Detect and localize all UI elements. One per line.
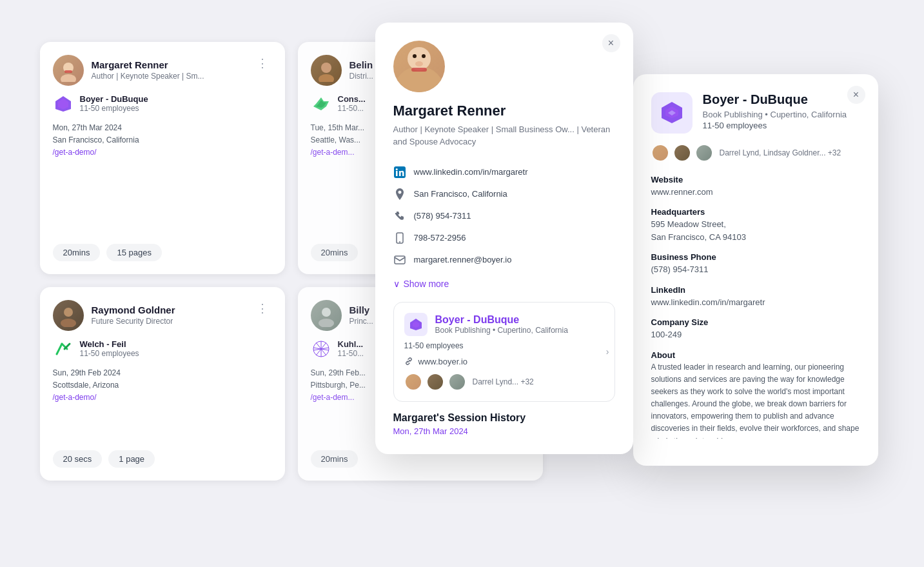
svg-rect-29 xyxy=(396,171,398,176)
linkedin-icon xyxy=(393,166,406,179)
panel-team-avatar-1 xyxy=(651,144,669,162)
website-value: www.renner.com xyxy=(651,186,860,199)
meta-info: Mon, 27th Mar 2024 San Francisco, Califo… xyxy=(53,122,272,159)
company-card-sub: Book Publishing • Cupertino, California xyxy=(435,326,568,335)
session-title: Margaret's Session History xyxy=(393,412,615,424)
company-info: Boyer - DuBuque 11-50 employees xyxy=(80,94,148,113)
team-count: Darrel Lynd... +32 xyxy=(473,377,534,386)
person-title: Author | Keynote Speaker | Sm... xyxy=(92,72,204,81)
company-panel-header: Boyer - DuBuque Book Publishing • Cupert… xyxy=(651,92,860,134)
company-card-info: Boyer - DuBuque Book Publishing • Cupert… xyxy=(435,314,568,335)
duration-badge: 20mins xyxy=(311,450,359,468)
company-card-name[interactable]: Boyer - DuBuque xyxy=(435,314,568,326)
avatar-belin xyxy=(311,55,342,86)
contact-card-margaret: Margaret Renner Author | Keynote Speaker… xyxy=(40,42,285,274)
linkedin-detail: www.linkedin.com/in/margaretr xyxy=(393,161,615,183)
visit-date: Sun, 29th Feb 2024 xyxy=(53,367,272,379)
email-value: margaret.renner@boyer.io xyxy=(414,255,512,264)
pages-badge: 1 page xyxy=(108,450,155,468)
company-size: 11-50... xyxy=(338,104,366,113)
company-info: Cons... 11-50... xyxy=(338,94,366,113)
duration-badge: 20mins xyxy=(53,244,101,261)
headquarters-section: Headquarters 595 Meadow Street,San Franc… xyxy=(651,207,860,243)
mobile-detail: 798-572-2956 xyxy=(393,227,615,249)
svg-point-9 xyxy=(64,308,73,317)
modal-title: Author | Keynote Speaker | Small Busines… xyxy=(393,123,615,148)
company-panel-team: Darrel Lynd, Lindsay Goldner... +32 xyxy=(651,144,860,162)
company-size-section: Company Size 100-249 xyxy=(651,317,860,341)
email-detail: margaret.renner@boyer.io xyxy=(393,249,615,271)
panel-team-label: Darrel Lynd, Lindsay Goldner... +32 xyxy=(720,148,841,157)
duration-badge: 20mins xyxy=(311,244,359,261)
company-card-employees: 11-50 employees xyxy=(404,341,604,350)
company-name: Cons... xyxy=(338,94,366,104)
svg-rect-2 xyxy=(64,70,72,73)
visit-location: Scottsdale, Arizona xyxy=(53,379,272,392)
phone-detail: (578) 954-7311 xyxy=(393,205,615,227)
company-icon xyxy=(53,339,74,359)
business-phone-section: Business Phone (578) 954-7311 xyxy=(651,252,860,276)
person-name: Billy xyxy=(349,304,373,315)
svg-point-5 xyxy=(321,63,331,73)
mobile-value: 798-572-2956 xyxy=(414,233,466,243)
modal-avatar xyxy=(393,41,445,92)
svg-point-26 xyxy=(415,61,423,66)
pages-badge: 15 pages xyxy=(106,244,162,261)
company-name: Kuhl... xyxy=(338,339,364,349)
visit-link[interactable]: /get-a-demo/ xyxy=(53,392,272,404)
svg-point-6 xyxy=(319,74,334,82)
team-avatar-2 xyxy=(426,373,444,391)
company-size: 11-50 employees xyxy=(80,349,139,358)
about-text: A trusted leader in research and learnin… xyxy=(651,361,860,439)
company-info: Welch - Feil 11-50 employees xyxy=(80,339,139,358)
duration-badge: 20 secs xyxy=(53,450,103,468)
person-title: Future Security Director xyxy=(92,317,175,326)
business-phone-label: Business Phone xyxy=(651,252,860,262)
location-icon xyxy=(393,188,406,201)
company-icon xyxy=(311,94,331,114)
company-panel-name: Boyer - DuBuque xyxy=(703,92,847,107)
card-person: Raymond Goldner Future Security Director xyxy=(53,300,175,331)
visit-location: San Francisco, California xyxy=(53,134,272,146)
linkedin-section: LinkedIn www.linkedin.com/in/margaretr xyxy=(651,285,860,309)
mobile-icon xyxy=(393,232,406,244)
card-footer: 20mins 15 pages xyxy=(53,244,272,261)
about-label: About xyxy=(651,350,860,360)
visit-date: Mon, 27th Mar 2024 xyxy=(53,122,272,134)
company-icon xyxy=(311,339,331,359)
phone-icon xyxy=(393,210,406,223)
company-website-row: www.boyer.io xyxy=(404,357,604,366)
person-info-raymond: Raymond Goldner Future Security Director xyxy=(92,304,175,326)
company-name: Boyer - DuBuque xyxy=(80,94,148,104)
linkedin-panel-value: www.linkedin.com/in/margaretr xyxy=(651,296,860,309)
meta-info: Sun, 29th Feb 2024 Scottsdale, Arizona /… xyxy=(53,367,272,404)
svg-point-1 xyxy=(61,74,76,82)
svg-point-24 xyxy=(413,54,417,58)
company-size: 11-50 employees xyxy=(80,104,148,113)
company-info: Kuhl... 11-50... xyxy=(338,339,364,358)
linkedin-panel-label: LinkedIn xyxy=(651,285,860,295)
avatar-margaret xyxy=(53,55,84,86)
profile-modal: × Margaret Renner Author | Keynote Speak… xyxy=(375,23,633,454)
more-options-icon[interactable]: ⋮ xyxy=(253,55,272,72)
card-person: Margaret Renner Author | Keynote Speaker… xyxy=(53,55,204,86)
visit-link[interactable]: /get-a-demo/ xyxy=(53,146,272,159)
company-size-label: Company Size xyxy=(651,317,860,327)
company-panel-sub: Book Publishing • Cupertino, California xyxy=(703,110,847,119)
company-panel-employees: 11-50 employees xyxy=(703,121,847,130)
scroll-right-icon[interactable]: › xyxy=(606,346,609,357)
card-footer: 20 secs 1 page xyxy=(53,450,272,468)
more-options-icon[interactable]: ⋮ xyxy=(253,300,272,317)
svg-point-14 xyxy=(322,308,331,317)
svg-point-25 xyxy=(422,54,426,58)
modal-name: Margaret Renner xyxy=(393,103,615,119)
company-panel-close-button[interactable]: × xyxy=(847,86,865,104)
modal-close-button[interactable]: × xyxy=(602,34,620,52)
show-more-button[interactable]: ∨ Show more xyxy=(393,276,615,292)
card-header: Margaret Renner Author | Keynote Speaker… xyxy=(53,55,272,86)
company-panel: × Boyer - DuBuque Book Publishing • Cupe… xyxy=(633,74,878,466)
business-phone-value: (578) 954-7311 xyxy=(651,263,860,276)
company-panel-info: Boyer - DuBuque Book Publishing • Cupert… xyxy=(703,92,847,130)
person-name: Raymond Goldner xyxy=(92,304,175,315)
website-section: Website www.renner.com xyxy=(651,175,860,199)
